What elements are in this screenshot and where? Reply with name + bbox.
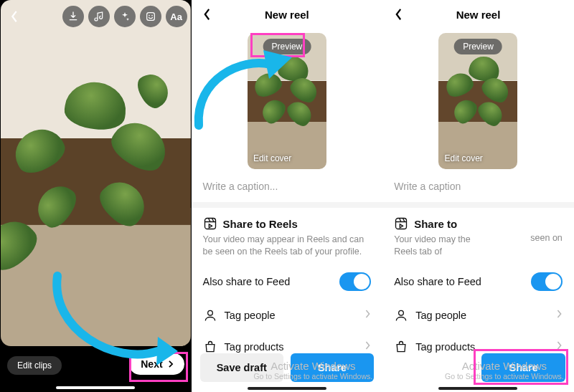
back-button[interactable] (387, 0, 410, 29)
also-share-label: Also share to Feed (203, 276, 291, 287)
download-icon[interactable] (62, 6, 84, 27)
reels-icon (203, 216, 217, 231)
music-icon[interactable] (88, 6, 110, 27)
back-button[interactable] (4, 6, 24, 27)
caption-input[interactable]: Write a caption (382, 172, 574, 202)
tag-people-row[interactable]: Tag people (382, 300, 574, 331)
plant-illustration (1, 50, 191, 317)
person-icon (203, 308, 217, 322)
share-to-reels-section: Share to Reels Your video may appear in … (192, 208, 383, 264)
reels-icon (394, 216, 408, 231)
share-section-title: Share to (414, 218, 457, 230)
windows-watermark: Activate Windows Go to Settings to activ… (253, 360, 372, 381)
annotation-box-next (129, 352, 188, 382)
share-section-subtitle-right: seen on (530, 233, 562, 243)
effects-icon[interactable] (114, 6, 136, 27)
tag-people-row[interactable]: Tag people (192, 300, 383, 331)
also-share-toggle[interactable] (531, 272, 563, 291)
edit-clips-button[interactable]: Edit clips (7, 356, 62, 375)
also-share-toggle[interactable] (339, 272, 371, 291)
annotation-box-preview (250, 33, 305, 57)
also-share-label: Also share to Feed (394, 276, 481, 287)
screen-new-reel-2: New reel Preview Edit cover Write a capt… (192, 0, 383, 392)
cover-thumbnail[interactable]: Preview Edit cover (438, 33, 517, 169)
svg-point-2 (151, 15, 153, 16)
chevron-right-icon (556, 309, 563, 322)
screen-editor: Aa Edit clips Next (0, 0, 192, 392)
page-title: New reel (456, 9, 501, 21)
video-preview-canvas[interactable] (1, 0, 191, 346)
home-indicator (56, 386, 135, 389)
svg-point-5 (207, 310, 212, 315)
header: New reel (382, 0, 574, 29)
also-share-to-feed-row: Also share to Feed (192, 264, 383, 300)
header: New reel (192, 0, 383, 29)
chevron-right-icon (364, 309, 371, 322)
svg-rect-0 (146, 13, 154, 21)
plant-illustration (250, 46, 324, 156)
page-title: New reel (265, 9, 309, 21)
person-icon (394, 308, 408, 322)
sticker-icon[interactable] (140, 6, 161, 27)
share-section-subtitle: Your video may appear in Reels and can b… (203, 234, 372, 258)
back-button[interactable] (196, 0, 219, 29)
editor-top-toolbar: Aa (0, 4, 192, 29)
caption-input[interactable]: Write a caption... (192, 172, 383, 202)
screen-new-reel-3: New reel Preview Edit cover Write a capt… (382, 0, 574, 392)
svg-point-8 (399, 310, 404, 315)
svg-point-1 (149, 15, 150, 16)
share-section-subtitle-left: Your video may the Reels tab of (394, 234, 480, 258)
edit-cover-button[interactable]: Edit cover (253, 153, 291, 163)
home-indicator (438, 387, 517, 390)
edit-cover-button[interactable]: Edit cover (444, 153, 482, 163)
home-indicator (248, 387, 326, 390)
text-icon[interactable]: Aa (166, 6, 187, 27)
preview-button[interactable]: Preview (454, 39, 502, 54)
share-section-title: Share to Reels (223, 218, 298, 230)
annotation-box-share (474, 349, 568, 385)
also-share-to-feed-row: Also share to Feed (382, 264, 574, 300)
plant-illustration (441, 46, 514, 156)
